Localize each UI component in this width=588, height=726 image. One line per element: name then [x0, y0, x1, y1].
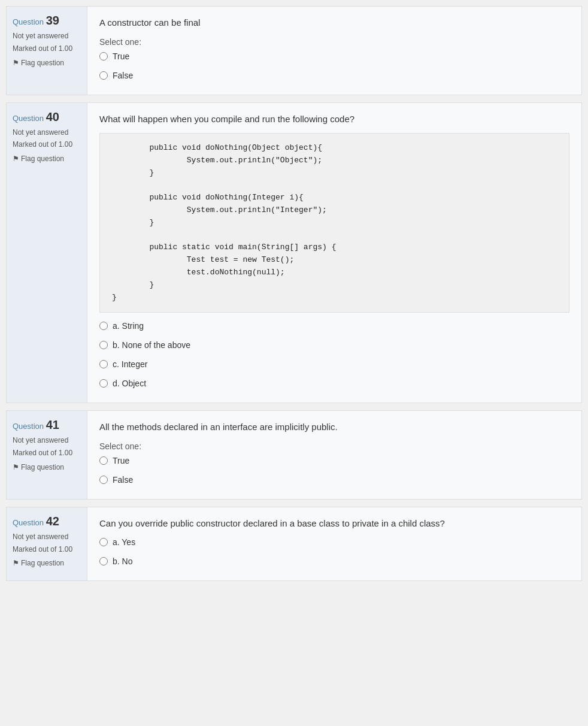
- option-q41b[interactable]: False: [99, 475, 569, 485]
- question-marked: Marked out of 1.00: [13, 544, 81, 555]
- option-q39b[interactable]: False: [99, 71, 569, 80]
- option-label-q40a: a. String: [113, 321, 144, 331]
- question-number: 40: [46, 110, 59, 123]
- question-marked: Marked out of 1.00: [13, 448, 81, 458]
- question-block-40: Question 40Not yet answeredMarked out of…: [6, 102, 582, 404]
- radio-q41a[interactable]: [99, 456, 108, 465]
- question-label: Question 40: [13, 110, 81, 124]
- flag-icon: ⚑: [13, 59, 19, 67]
- question-marked: Marked out of 1.00: [13, 140, 81, 150]
- option-label-q40b: b. None of the above: [113, 340, 190, 350]
- question-block-41: Question 41Not yet answeredMarked out of…: [6, 410, 582, 500]
- flag-icon: ⚑: [13, 155, 19, 163]
- flag-icon: ⚑: [13, 559, 19, 567]
- question-content-42: Can you override public constructor decl…: [87, 507, 581, 581]
- question-sidebar-39: Question 39Not yet answeredMarked out of…: [7, 7, 87, 95]
- option-label-q40d: d. Object: [113, 379, 146, 388]
- question-status: Not yet answered: [13, 435, 81, 446]
- options-list: a. Stringb. None of the abovec. Integerd…: [99, 321, 569, 393]
- option-q40a[interactable]: a. String: [99, 321, 569, 331]
- question-number: 42: [46, 515, 59, 528]
- options-list: TrueFalse: [99, 456, 569, 489]
- options-list: TrueFalse: [99, 52, 569, 85]
- question-status: Not yet answered: [13, 31, 81, 41]
- question-sidebar-40: Question 40Not yet answeredMarked out of…: [7, 103, 87, 403]
- option-q41a[interactable]: True: [99, 456, 569, 465]
- code-block: public void doNothing(Object object){ Sy…: [99, 133, 569, 313]
- question-text: All the methods declared in an interface…: [99, 421, 569, 434]
- flag-icon: ⚑: [13, 463, 19, 471]
- flag-question-button[interactable]: ⚑Flag question: [13, 59, 81, 67]
- question-content-39: A constructor can be finalSelect one:Tru…: [87, 7, 581, 95]
- option-q40b[interactable]: b. None of the above: [99, 340, 569, 350]
- question-marked: Marked out of 1.00: [13, 44, 81, 54]
- option-label-q39a: True: [113, 52, 129, 61]
- flag-question-label: Flag question: [21, 463, 64, 471]
- radio-q42b[interactable]: [99, 557, 108, 565]
- question-label: Question 39: [13, 14, 81, 28]
- option-q40c[interactable]: c. Integer: [99, 359, 569, 369]
- option-q42a[interactable]: a. Yes: [99, 537, 569, 547]
- flag-question-button[interactable]: ⚑Flag question: [13, 559, 81, 567]
- flag-question-label: Flag question: [21, 155, 64, 163]
- question-content-40: What will happen when you compile and ru…: [87, 103, 581, 403]
- question-label: Question 42: [13, 515, 81, 528]
- select-one-label: Select one:: [99, 441, 569, 451]
- flag-question-label: Flag question: [21, 559, 64, 567]
- radio-q42a[interactable]: [99, 538, 108, 546]
- page-wrapper: Question 39Not yet answeredMarked out of…: [0, 0, 588, 587]
- flag-question-label: Flag question: [21, 59, 64, 67]
- flag-question-button[interactable]: ⚑Flag question: [13, 463, 81, 471]
- options-list: a. Yesb. No: [99, 537, 569, 571]
- question-text: A constructor can be final: [99, 16, 569, 30]
- option-q42b[interactable]: b. No: [99, 556, 569, 566]
- question-sidebar-41: Question 41Not yet answeredMarked out of…: [7, 411, 87, 499]
- option-label-q42a: a. Yes: [113, 537, 135, 547]
- option-q40d[interactable]: d. Object: [99, 379, 569, 388]
- question-status: Not yet answered: [13, 128, 81, 138]
- select-one-label: Select one:: [99, 37, 569, 47]
- flag-question-button[interactable]: ⚑Flag question: [13, 155, 81, 163]
- question-number: 39: [46, 14, 59, 27]
- radio-q40a[interactable]: [99, 322, 108, 330]
- radio-q40d[interactable]: [99, 379, 108, 388]
- option-label-q41a: True: [113, 456, 129, 465]
- radio-q39a[interactable]: [99, 52, 108, 60]
- radio-q39b[interactable]: [99, 71, 108, 80]
- radio-q40c[interactable]: [99, 360, 108, 368]
- option-label-q39b: False: [113, 71, 133, 80]
- question-block-39: Question 39Not yet answeredMarked out of…: [6, 6, 582, 95]
- radio-q41b[interactable]: [99, 476, 108, 484]
- question-block-42: Question 42Not yet answeredMarked out of…: [6, 507, 582, 582]
- question-sidebar-42: Question 42Not yet answeredMarked out of…: [7, 507, 87, 581]
- question-status: Not yet answered: [13, 532, 81, 542]
- option-q39a[interactable]: True: [99, 52, 569, 61]
- question-number: 41: [46, 418, 59, 431]
- option-label-q40c: c. Integer: [113, 359, 147, 369]
- question-label: Question 41: [13, 418, 81, 432]
- option-label-q41b: False: [113, 475, 133, 485]
- question-text: What will happen when you compile and ru…: [99, 113, 569, 126]
- option-label-q42b: b. No: [113, 556, 132, 566]
- question-text: Can you override public constructor decl…: [99, 517, 569, 531]
- question-content-41: All the methods declared in an interface…: [87, 411, 581, 499]
- radio-q40b[interactable]: [99, 341, 108, 349]
